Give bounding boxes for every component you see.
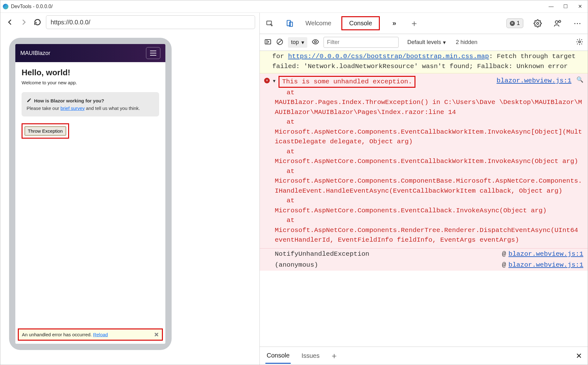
svg-point-8 <box>559 20 561 22</box>
error-count: 1 <box>517 20 520 27</box>
frame-at: @ <box>502 249 506 259</box>
chevron-down-icon: ▾ <box>443 39 446 46</box>
error-source-link[interactable]: blazor.webview.js:1 <box>497 76 571 86</box>
console-output[interactable]: for https://0.0.0.0/css/bootstrap/bootst… <box>260 51 588 347</box>
hidden-count[interactable]: 2 hidden <box>456 39 477 46</box>
devtools-tabstrip: Welcome Console » ＋ ✕ 1 ⋯ <box>260 13 588 34</box>
svg-point-6 <box>537 22 539 24</box>
error-message-highlight: This is some unhandled exception. <box>279 76 415 88</box>
svg-point-7 <box>555 21 558 23</box>
sidebar-toggle-icon[interactable] <box>264 38 272 47</box>
pencil-icon <box>27 98 32 104</box>
survey-link[interactable]: brief survey <box>60 106 85 111</box>
throw-highlight: Throw Exception <box>22 123 69 139</box>
device-frame: MAUIBlazor Hello, world! Welcome to your… <box>9 38 172 350</box>
frame-function: NotifyUnhandledException <box>275 249 369 259</box>
page-heading: Hello, world! <box>22 68 159 77</box>
filter-input[interactable] <box>324 37 399 48</box>
drawer-close-button[interactable]: ✕ <box>576 352 582 360</box>
tab-welcome[interactable]: Welcome <box>304 17 333 29</box>
survey-prefix: Please take our <box>27 106 60 111</box>
error-banner-highlight: An unhandled error has occurred. Reload … <box>18 328 163 341</box>
app-brand: MAUIBlazor <box>20 50 50 57</box>
browser-toolbar: https://0.0.0.0/ <box>0 13 259 32</box>
live-expression-icon[interactable] <box>312 38 319 47</box>
frame-source-link[interactable]: blazor.webview.js:1 <box>509 249 583 259</box>
drawer-tab-issues[interactable]: Issues <box>300 348 321 363</box>
console-toolbar: top ▾ Default levels ▾ 2 hidden <box>260 34 588 51</box>
address-bar[interactable]: https://0.0.0.0/ <box>46 15 255 29</box>
drawer-add-tab[interactable]: ＋ <box>330 350 338 361</box>
svg-line-12 <box>278 40 282 44</box>
survey-box: How is Blazor working for you? Please ta… <box>22 92 159 116</box>
frame-function: (anonymous) <box>275 260 318 270</box>
clear-console-icon[interactable] <box>276 38 284 47</box>
error-dot-icon: ✕ <box>510 21 515 26</box>
window-titlebar: DevTools - 0.0.0.0/ — ☐ ✕ <box>0 0 588 13</box>
context-selector[interactable]: top ▾ <box>288 37 307 48</box>
devtools-drawer: Console Issues ＋ ✕ <box>260 347 588 365</box>
error-text: An unhandled error has occurred. <box>22 332 93 337</box>
preview-pane: https://0.0.0.0/ MAUIBlazor Hello, world… <box>0 13 260 365</box>
device-screen: MAUIBlazor Hello, world! Welcome to your… <box>15 44 165 344</box>
app-header: MAUIBlazor <box>15 44 165 62</box>
chevron-down-icon: ▾ <box>301 39 304 46</box>
context-label: top <box>291 39 299 46</box>
edge-icon <box>3 4 8 9</box>
svg-point-13 <box>314 41 316 43</box>
tab-console[interactable]: Console <box>348 17 373 29</box>
back-button[interactable] <box>5 17 15 27</box>
new-tab-button[interactable]: ＋ <box>409 18 420 29</box>
window-title: DevTools - 0.0.0.0/ <box>11 4 548 9</box>
stack-frame: (anonymous) @ blazor.webview.js:1 <box>260 259 588 271</box>
devtools-pane: Welcome Console » ＋ ✕ 1 ⋯ <box>260 13 588 365</box>
feedback-icon[interactable] <box>552 18 563 29</box>
device-toggle-icon[interactable] <box>284 18 295 29</box>
error-message: This is some unhandled exception. <box>282 78 412 85</box>
console-error: ✕ ▼ This is some unhandled exception. bl… <box>260 73 588 249</box>
throw-exception-button[interactable]: Throw Exception <box>24 126 66 136</box>
kebab-menu-icon[interactable]: ⋯ <box>572 18 583 29</box>
levels-label: Default levels <box>407 39 441 46</box>
minimize-button[interactable]: — <box>548 4 554 9</box>
console-settings-icon[interactable] <box>576 38 583 47</box>
log-levels-selector[interactable]: Default levels ▾ <box>407 39 446 46</box>
reload-link[interactable]: Reload <box>93 332 108 337</box>
close-button[interactable]: ✕ <box>577 4 583 9</box>
settings-icon[interactable] <box>532 18 543 29</box>
address-text: https://0.0.0.0/ <box>51 19 90 26</box>
console-warning: for https://0.0.0.0/css/bootstrap/bootst… <box>260 51 588 73</box>
inspect-icon[interactable] <box>264 18 275 29</box>
expand-toggle[interactable]: ▼ <box>273 78 275 85</box>
more-tabs-button[interactable]: » <box>389 18 400 29</box>
error-icon: ✕ <box>264 78 270 83</box>
maximize-button[interactable]: ☐ <box>563 4 568 9</box>
warn-prefix: for <box>272 53 288 60</box>
frame-source-link[interactable]: blazor.webview.js:1 <box>509 260 583 270</box>
frame-at: @ <box>502 260 506 270</box>
survey-question: How is Blazor working for you? <box>34 98 104 103</box>
survey-suffix: and tell us what you think. <box>85 106 140 111</box>
stack-frame: NotifyUnhandledException @ blazor.webvie… <box>260 249 588 260</box>
hamburger-button[interactable] <box>146 47 160 59</box>
warn-url-link[interactable]: https://0.0.0.0/css/bootstrap/bootstrap.… <box>288 53 489 60</box>
error-stacktrace: at MAUIBlazor.Pages.Index.ThrowException… <box>264 88 583 245</box>
svg-point-14 <box>579 41 580 43</box>
dismiss-error-button[interactable]: 🗙 <box>154 332 159 337</box>
search-icon[interactable]: 🔍 <box>576 76 583 84</box>
error-banner: An unhandled error has occurred. Reload … <box>19 329 162 340</box>
forward-button[interactable] <box>18 17 29 27</box>
drawer-tab-console[interactable]: Console <box>265 348 291 364</box>
svg-rect-4 <box>287 20 290 26</box>
reload-button[interactable] <box>32 17 43 27</box>
error-count-badge[interactable]: ✕ 1 <box>506 18 523 28</box>
console-highlight: Console <box>341 16 380 30</box>
welcome-text: Welcome to your new app. <box>22 80 159 85</box>
